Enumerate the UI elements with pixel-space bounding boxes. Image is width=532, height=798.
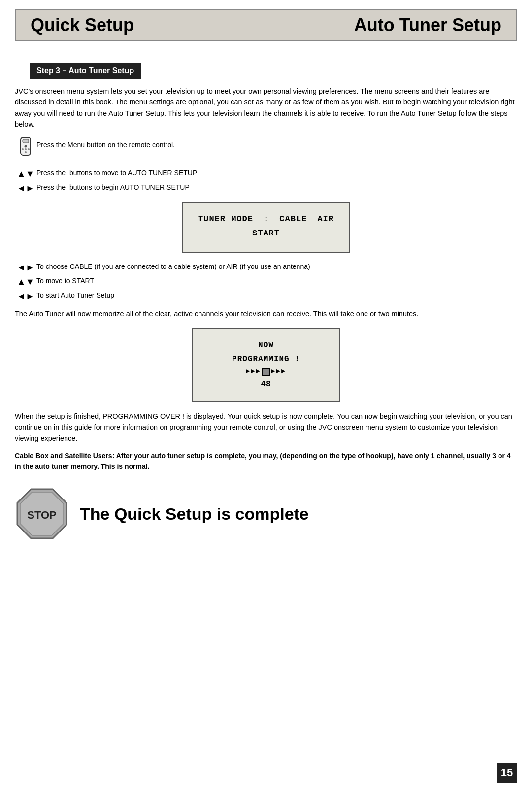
tuner-mode-label: TUNER MODE [198,214,253,224]
svg-point-3 [22,148,24,150]
instruction-text-2: Press the buttons to begin AUTO TUNER SE… [36,182,517,192]
arrow-right-1: ►►► [271,366,286,378]
finish-text: When the setup is finished, PROGRAMMING … [15,411,517,444]
start-row: ▲▼ To move to START [15,276,517,287]
programming-text: The Auto Tuner will now memorize all of … [15,308,517,319]
tuner-mode-sep: : [264,214,269,224]
svg-rect-1 [23,139,29,143]
tuner-start-label: START [252,229,280,238]
svg-point-5 [25,148,27,150]
bold-note-text: Cable Box and Satellite Users: After you… [15,452,511,470]
instruction-detail-1: buttons to move to AUTO TUNER SETUP [69,169,197,177]
remote-instruction-text: Press the Menu button on the remote cont… [36,137,517,150]
now-label: NOW [208,339,324,352]
instruction-row-2: ◄► Press the buttons to begin AUTO TUNER… [15,182,517,194]
progress-icons: ►►► ►►► [208,366,324,378]
press-instructions: ▲▼ Press the buttons to move to AUTO TUN… [15,168,517,194]
programming-label: PROGRAMMING ! [208,353,324,366]
left-right-icon: ◄► [15,182,36,194]
header-bar: Quick Setup Auto Tuner Setup [15,9,517,41]
begin-row: ◄► To start Auto Tuner Setup [15,290,517,301]
tuner-start-row: START [198,229,334,238]
programming-screen: NOW PROGRAMMING ! ►►► ►►► 48 [192,328,340,401]
tuner-mode-screen: TUNER MODE : CABLE AIR START [182,202,350,253]
body-intro: JVC's onscreen menu system lets you set … [15,86,517,130]
stop-text: STOP [27,509,57,521]
progress-square [262,368,270,376]
svg-point-6 [25,151,27,153]
remote-icon [15,137,36,159]
tuner-air-option: AIR [317,214,334,224]
remote-instruction-row: Press the Menu button on the remote cont… [15,137,517,159]
arrow-left-1: ►►► [246,366,261,378]
begin-icon: ◄► [15,290,36,301]
instruction-detail-2: buttons to begin AUTO TUNER SETUP [69,183,190,191]
cable-air-row: ◄► To choose CABLE (if you are connected… [15,262,517,273]
instruction-row-1: ▲▼ Press the buttons to move to AUTO TUN… [15,168,517,179]
step-heading: Step 3 – Auto Tuner Setup [30,63,141,79]
header-title-right: Auto Tuner Setup [266,15,501,35]
channel-number: 48 [208,378,324,391]
svg-point-4 [28,148,30,150]
cable-air-text: To choose CABLE (if you are connected to… [36,262,517,271]
cable-air-instructions: ◄► To choose CABLE (if you are connected… [15,262,517,301]
tuner-cable-option: CABLE [279,214,307,224]
stop-section: STOP The Quick Setup is complete [15,487,517,541]
cable-air-icon: ◄► [15,262,36,273]
bold-note: Cable Box and Satellite Users: After you… [15,451,517,472]
instruction-text-1: Press the buttons to move to AUTO TUNER … [36,168,517,178]
press-prefix-1: Press the [36,169,66,177]
page-number: 15 [497,763,517,783]
start-icon: ▲▼ [15,276,36,287]
svg-point-2 [25,145,27,147]
press-prefix-2: Press the [36,183,66,191]
tuner-mode-row: TUNER MODE : CABLE AIR [198,214,334,224]
start-text: To move to START [36,276,517,286]
begin-text: To start Auto Tuner Setup [36,290,517,300]
stop-sign-icon: STOP [15,487,69,541]
complete-label: The Quick Setup is complete [80,504,309,524]
header-title-left: Quick Setup [31,15,266,35]
up-down-icon: ▲▼ [15,168,36,179]
